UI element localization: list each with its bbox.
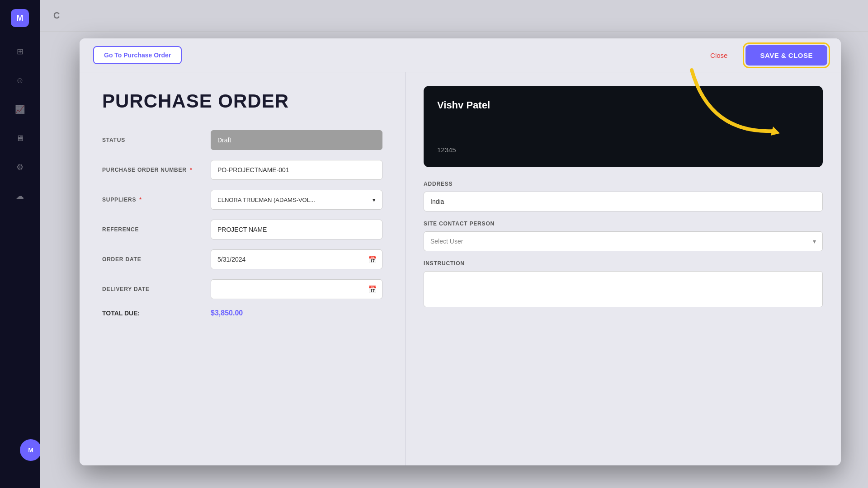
- avatar[interactable]: M: [20, 439, 42, 461]
- status-row: STATUS: [102, 130, 382, 150]
- sidebar: M ⊞ ☺ 📈 🖥 ⚙ ☁ M 10: [0, 0, 40, 488]
- sidebar-item-cloud[interactable]: ☁: [11, 187, 29, 205]
- total-due-label: TOTAL DUE:: [102, 310, 202, 317]
- close-button[interactable]: Close: [710, 52, 727, 59]
- po-number-label: PURCHASE ORDER NUMBER *: [102, 167, 202, 173]
- site-contact-label: SITE CONTACT PERSON: [424, 221, 823, 227]
- modal-body: PURCHASE ORDER STATUS PURCHASE ORDER NUM…: [80, 72, 841, 465]
- sidebar-item-users[interactable]: ☺: [11, 71, 29, 89]
- instruction-label: INSTRUCTION: [424, 260, 823, 267]
- reference-input[interactable]: [211, 220, 382, 239]
- user-card-name: Vishv Patel: [437, 99, 809, 111]
- total-due-value: $3,850.00: [211, 309, 243, 317]
- address-label: ADDRESS: [424, 181, 823, 187]
- user-card-number: 12345: [437, 146, 809, 154]
- order-date-input[interactable]: [211, 249, 382, 269]
- chevron-down-icon: ▾: [373, 197, 376, 203]
- address-value: India: [430, 198, 444, 205]
- sidebar-item-monitor[interactable]: 🖥: [11, 129, 29, 147]
- status-label: STATUS: [102, 137, 202, 143]
- sidebar-item-dashboard[interactable]: ⊞: [11, 42, 29, 61]
- suppliers-value: ELNORA TRUEMAN (ADAMS-VOL...: [217, 197, 315, 203]
- suppliers-label: SUPPLIERS *: [102, 197, 202, 203]
- site-contact-select[interactable]: Select User ▾: [424, 231, 823, 251]
- site-contact-chevron-icon: ▾: [813, 238, 816, 245]
- suppliers-select[interactable]: ELNORA TRUEMAN (ADAMS-VOL... ▾: [211, 190, 382, 210]
- po-number-input[interactable]: [211, 160, 382, 180]
- user-card: Vishv Patel 12345: [424, 86, 823, 167]
- address-input[interactable]: India: [424, 192, 823, 211]
- suppliers-row: SUPPLIERS * ELNORA TRUEMAN (ADAMS-VOL...…: [102, 190, 382, 210]
- right-panel: Vishv Patel 12345 ADDRESS India SITE CON…: [405, 72, 841, 465]
- sidebar-logo[interactable]: M: [11, 9, 29, 27]
- delivery-date-input[interactable]: [211, 279, 382, 299]
- delivery-date-wrapper: 📅: [211, 279, 382, 299]
- select-user-placeholder: Select User: [430, 238, 463, 245]
- po-title: PURCHASE ORDER: [102, 90, 382, 112]
- sidebar-item-settings[interactable]: ⚙: [11, 158, 29, 176]
- status-input[interactable]: [211, 130, 382, 150]
- order-date-row: ORDER DATE 📅: [102, 249, 382, 269]
- reference-row: REFERENCE: [102, 220, 382, 239]
- delivery-date-label: DELIVERY DATE: [102, 286, 202, 292]
- modal-header: Go To Purchase Order Close SAVE & CLOSE …: [80, 38, 841, 72]
- delivery-date-row: DELIVERY DATE 📅: [102, 279, 382, 299]
- reference-label: REFERENCE: [102, 226, 202, 233]
- sidebar-item-analytics[interactable]: 📈: [11, 100, 29, 118]
- total-due-row: TOTAL DUE: $3,850.00: [102, 309, 382, 317]
- left-panel: PURCHASE ORDER STATUS PURCHASE ORDER NUM…: [80, 72, 405, 465]
- order-date-label: ORDER DATE: [102, 256, 202, 263]
- instruction-input[interactable]: [424, 271, 823, 307]
- po-number-row: PURCHASE ORDER NUMBER *: [102, 160, 382, 180]
- main-content: C Go To Purchase Order Close SAVE & CLOS…: [40, 0, 868, 488]
- order-date-wrapper: 📅: [211, 249, 382, 269]
- purchase-order-modal: Go To Purchase Order Close SAVE & CLOSE …: [80, 38, 841, 465]
- save-close-button[interactable]: SAVE & CLOSE: [745, 45, 827, 66]
- go-to-po-button[interactable]: Go To Purchase Order: [93, 46, 182, 64]
